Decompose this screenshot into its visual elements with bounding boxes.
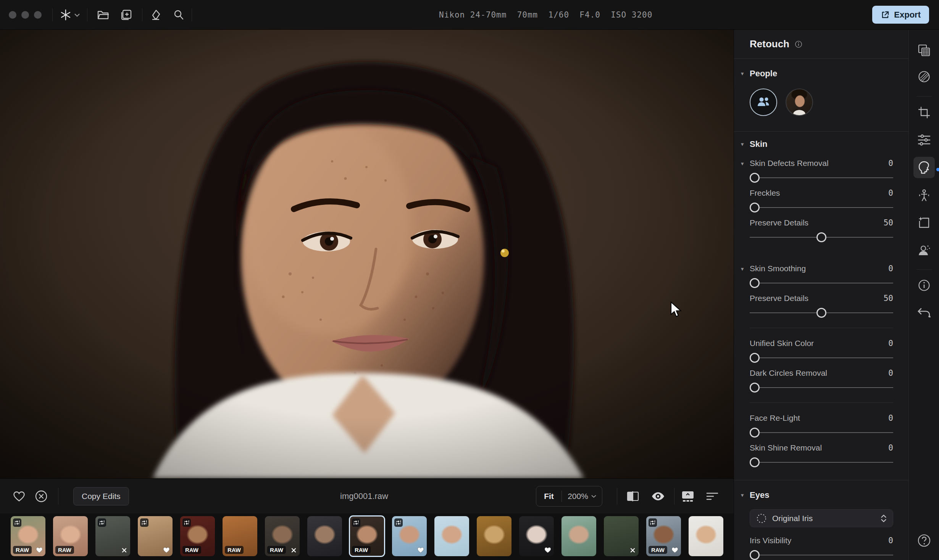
filmstrip-thumbnail[interactable] bbox=[392, 516, 427, 556]
fit-button[interactable]: Fit bbox=[536, 492, 561, 501]
slider[interactable] bbox=[750, 548, 893, 560]
copy-edits-button[interactable]: Copy Edits bbox=[73, 487, 129, 505]
info-icon[interactable] bbox=[795, 40, 802, 48]
presets-icon[interactable] bbox=[913, 40, 935, 61]
presets-star-icon[interactable] bbox=[59, 8, 73, 22]
export-button[interactable]: Export bbox=[872, 6, 929, 24]
slider[interactable] bbox=[750, 306, 893, 320]
slider[interactable] bbox=[750, 276, 893, 290]
heart-badge bbox=[544, 546, 552, 554]
disclosure-triangle-icon[interactable]: ▾ bbox=[741, 160, 744, 167]
slider-label: Unified Skin Color bbox=[750, 339, 814, 348]
filmstrip-thumbnail[interactable] bbox=[95, 516, 130, 556]
filmstrip-thumbnail[interactable] bbox=[561, 516, 596, 556]
slider-value[interactable]: 0 bbox=[888, 369, 893, 378]
slider-value[interactable]: 0 bbox=[888, 414, 893, 423]
filmstrip-thumbnail[interactable]: RAW bbox=[11, 516, 45, 556]
filmstrip-thumbnail[interactable] bbox=[307, 516, 342, 556]
retouch-panel: Retouch ▾ People ▾ Skin ▾Skin Defects Re… bbox=[734, 30, 908, 560]
skin-sliders: ▾Skin Defects Removal0Freckles0Preserve … bbox=[734, 156, 908, 470]
canvas-image[interactable] bbox=[0, 30, 734, 478]
filmstrip-thumbnail[interactable] bbox=[604, 516, 639, 556]
slider-knob[interactable] bbox=[750, 353, 760, 363]
slider-knob[interactable] bbox=[750, 278, 760, 288]
section-divider bbox=[734, 480, 908, 480]
filmstrip-thumbnail[interactable] bbox=[434, 516, 469, 556]
filmstrip-thumbnail[interactable]: RAW bbox=[265, 516, 300, 556]
slider-knob[interactable] bbox=[816, 308, 826, 318]
adjustments-icon[interactable] bbox=[913, 129, 935, 151]
filmstrip-thumbnail[interactable]: RAW bbox=[53, 516, 88, 556]
slider-knob[interactable] bbox=[750, 173, 760, 183]
disclosure-triangle-icon[interactable]: ▾ bbox=[741, 266, 744, 272]
retouch-face-icon[interactable] bbox=[913, 157, 935, 178]
filmstrip-toggle-icon[interactable] bbox=[680, 489, 695, 504]
slider-value[interactable]: 0 bbox=[888, 188, 893, 198]
slider-value[interactable]: 0 bbox=[888, 339, 893, 348]
raw-badge: RAW bbox=[182, 546, 201, 554]
slider[interactable] bbox=[750, 171, 893, 185]
filmstrip-thumbnail[interactable]: RAW bbox=[223, 516, 257, 556]
filmstrip-thumbnail[interactable] bbox=[138, 516, 173, 556]
sort-menu-icon[interactable] bbox=[705, 489, 720, 504]
raw-badge: RAW bbox=[13, 546, 32, 554]
slider-value[interactable]: 50 bbox=[884, 218, 893, 227]
slider[interactable] bbox=[750, 455, 893, 469]
add-photos-icon[interactable] bbox=[119, 8, 133, 22]
help-icon[interactable] bbox=[913, 530, 935, 551]
body-icon[interactable] bbox=[913, 185, 935, 206]
slider-value[interactable]: 0 bbox=[888, 443, 893, 452]
slider[interactable] bbox=[750, 426, 893, 439]
skin-section-title: Skin bbox=[750, 139, 767, 149]
slider-group-divider bbox=[734, 395, 908, 410]
filmstrip-thumbnail-selected[interactable]: RAW bbox=[350, 516, 384, 556]
export-icon bbox=[881, 10, 890, 19]
iris-style-select[interactable]: Original Iris bbox=[750, 509, 893, 527]
slider[interactable] bbox=[750, 230, 893, 244]
chevron-down-icon[interactable] bbox=[74, 8, 81, 22]
zoom-level-dropdown[interactable]: 200% bbox=[562, 492, 602, 501]
slider-row-header: Skin Shine Removal0 bbox=[734, 440, 908, 455]
slider-knob[interactable] bbox=[750, 550, 760, 560]
filmstrip-thumbnail[interactable]: RAW bbox=[646, 516, 681, 556]
eraser-icon[interactable] bbox=[150, 8, 163, 22]
filmstrip-thumbnail[interactable] bbox=[477, 516, 511, 556]
loupe-icon[interactable] bbox=[172, 8, 186, 22]
favorite-heart-icon[interactable] bbox=[11, 489, 27, 504]
info-icon[interactable] bbox=[913, 275, 935, 296]
slider-knob[interactable] bbox=[750, 383, 760, 393]
slider-value[interactable]: 0 bbox=[888, 536, 893, 545]
eyes-section-header[interactable]: ▾ Eyes bbox=[734, 489, 908, 501]
slider[interactable] bbox=[750, 201, 893, 214]
skin-section-header[interactable]: ▾ Skin bbox=[734, 138, 908, 150]
slider-knob[interactable] bbox=[816, 232, 826, 242]
filmstrip-thumbnail[interactable] bbox=[689, 516, 723, 556]
slider-knob[interactable] bbox=[750, 428, 760, 438]
open-folder-icon[interactable] bbox=[96, 8, 110, 22]
before-after-split-icon[interactable] bbox=[625, 489, 641, 504]
filmstrip-thumbnail[interactable] bbox=[519, 516, 554, 556]
slider[interactable] bbox=[750, 381, 893, 394]
slider-value[interactable]: 0 bbox=[888, 159, 893, 168]
slider-knob[interactable] bbox=[750, 203, 760, 212]
window-minimize-button[interactable] bbox=[21, 11, 29, 19]
window-close-button[interactable] bbox=[9, 11, 16, 19]
slider-value[interactable]: 50 bbox=[884, 294, 893, 303]
preview-eye-icon[interactable] bbox=[650, 489, 666, 504]
avatar-all-people[interactable] bbox=[750, 89, 777, 116]
enhance-icon[interactable] bbox=[913, 212, 935, 233]
slider-value[interactable]: 0 bbox=[888, 264, 893, 273]
avatar-person-1[interactable] bbox=[786, 89, 813, 116]
undo-icon[interactable] bbox=[913, 302, 935, 323]
slider[interactable] bbox=[750, 351, 893, 365]
portrait-background-icon[interactable] bbox=[913, 240, 935, 261]
texture-icon[interactable] bbox=[913, 66, 935, 87]
crop-icon[interactable] bbox=[913, 102, 935, 123]
slider-knob[interactable] bbox=[750, 457, 760, 467]
window-zoom-button[interactable] bbox=[34, 11, 42, 19]
slider-group-divider bbox=[734, 320, 908, 336]
reject-circle-x-icon[interactable] bbox=[34, 489, 49, 504]
reject-badge bbox=[120, 546, 128, 554]
people-section-header[interactable]: ▾ People bbox=[734, 68, 908, 79]
filmstrip-thumbnail[interactable]: RAW bbox=[180, 516, 215, 556]
